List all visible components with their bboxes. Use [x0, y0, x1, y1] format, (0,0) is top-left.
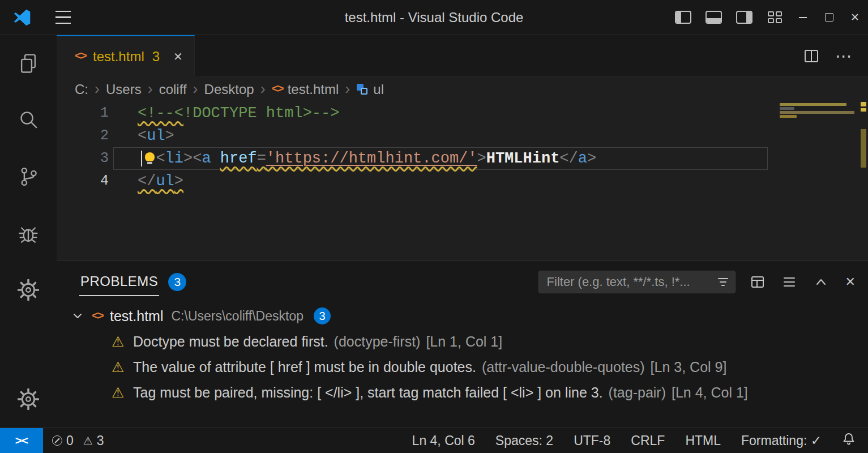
- minimize-button[interactable]: [790, 0, 816, 35]
- chevron-right-icon: ›: [95, 82, 100, 97]
- warning-squiggle: <!--<: [138, 105, 183, 122]
- code-token: ul: [147, 127, 165, 144]
- panel-actions: ✕: [750, 275, 856, 289]
- breadcrumb: C:›Users›coliff›Desktop›<>test.html›ul: [57, 76, 868, 102]
- code-line-content[interactable]: <li><a href='https://htmlhint.com/'>HTML…: [113, 147, 768, 170]
- breadcrumb-label: test.html: [288, 82, 339, 97]
- menu-icon[interactable]: [54, 11, 71, 24]
- problem-message: Tag must be paired, missing: [ </li> ], …: [133, 384, 603, 401]
- code-token: ul: [156, 173, 174, 190]
- tab-label: test.html: [93, 49, 144, 65]
- breadcrumb-item[interactable]: ul: [356, 82, 384, 97]
- line-number[interactable]: 1: [57, 102, 113, 125]
- code-lines: 1<!--<!DOCTYPE html>-->2<ul>3 <li><a hre…: [57, 102, 768, 193]
- split-editor-icon[interactable]: [803, 48, 819, 64]
- statusbar-item[interactable]: UTF-8: [574, 433, 610, 448]
- code-token: !DOCTYPE html>-->: [183, 105, 339, 122]
- bottom-panel: PROBLEMS 3: [57, 260, 868, 428]
- problems-list: ⚠Doctype must be declared first.(doctype…: [57, 329, 868, 405]
- problem-code: (doctype-first): [334, 334, 421, 350]
- code-token: </: [559, 150, 578, 167]
- close-panel-icon[interactable]: ✕: [845, 275, 856, 289]
- breadcrumb-label: Users: [106, 82, 142, 97]
- notifications-bell-icon[interactable]: [842, 432, 856, 449]
- toggle-primary-sidebar-icon[interactable]: [668, 0, 698, 35]
- code-token: <: [138, 127, 147, 144]
- code-token: =: [257, 150, 266, 167]
- breadcrumb-item[interactable]: coliff: [159, 82, 187, 97]
- collapse-all-icon[interactable]: [782, 275, 797, 289]
- toggle-secondary-sidebar-icon[interactable]: [729, 0, 759, 35]
- statusbar-item[interactable]: Spaces: 2: [495, 433, 553, 448]
- code-token: >: [587, 150, 596, 167]
- filter-icon[interactable]: [718, 278, 728, 287]
- filter-input[interactable]: [546, 274, 713, 290]
- problems-file-row[interactable]: <> test.html C:\Users\coliff\Desktop 3: [57, 303, 868, 329]
- sidebar-item-explorer[interactable]: [0, 35, 57, 92]
- line-number[interactable]: 2: [57, 125, 113, 147]
- titlebar: test.html - Visual Studio Code ✕: [0, 0, 868, 35]
- code-token: <!--<: [138, 105, 183, 122]
- manage-button[interactable]: [0, 371, 57, 428]
- gear-icon: [18, 279, 39, 301]
- warning-squiggle: href: [220, 150, 257, 167]
- tab-close-icon[interactable]: ✕: [173, 50, 183, 63]
- maximize-panel-icon[interactable]: [814, 275, 828, 289]
- line-number[interactable]: 3: [57, 147, 113, 170]
- files-icon: [18, 53, 39, 74]
- code-token: >: [174, 173, 183, 190]
- chevron-down-icon: [71, 310, 84, 322]
- search-icon: [18, 109, 39, 131]
- sidebar-item-settings[interactable]: [0, 262, 57, 318]
- remote-indicator[interactable]: ><: [0, 428, 43, 453]
- more-actions-icon[interactable]: ⋯: [835, 48, 852, 65]
- statusbar-item[interactable]: Ln 4, Col 6: [412, 433, 475, 448]
- minimap[interactable]: [779, 102, 859, 260]
- code-line-content[interactable]: <!--<!DOCTYPE html>-->: [113, 102, 768, 125]
- html-file-icon: <>: [75, 50, 86, 63]
- code-token: HTMLHint: [486, 150, 560, 167]
- breadcrumb-label: ul: [373, 82, 384, 97]
- code-editor[interactable]: 1<!--<!DOCTYPE html>-->2<ul>3 <li><a hre…: [57, 102, 868, 260]
- breadcrumb-item[interactable]: <>test.html: [272, 82, 339, 97]
- sidebar-item-source-control[interactable]: [0, 148, 57, 205]
- problems-status[interactable]: 0 ⚠ 3: [52, 433, 104, 448]
- titlebar-actions: ✕: [668, 0, 868, 35]
- code-token: <: [156, 150, 165, 167]
- code-line-content[interactable]: </ul>: [113, 170, 768, 193]
- maximize-button[interactable]: [816, 0, 842, 35]
- view-as-table-icon[interactable]: [750, 275, 765, 289]
- code-line: 3 <li><a href='https://htmlhint.com/'>HT…: [57, 147, 768, 170]
- line-number[interactable]: 4: [57, 170, 113, 193]
- statusbar-item[interactable]: Formatting: ✓: [741, 433, 822, 448]
- problem-row[interactable]: ⚠The value of attribute [ href ] must be…: [57, 354, 868, 380]
- warning-icon: ⚠: [83, 434, 93, 447]
- ruler-warning-mark: [861, 108, 866, 112]
- panel-header: PROBLEMS 3: [57, 261, 868, 303]
- tab-problems[interactable]: PROBLEMS: [79, 268, 159, 296]
- breadcrumb-item[interactable]: C:: [75, 82, 88, 97]
- breadcrumb-item[interactable]: Desktop: [204, 82, 254, 97]
- warning-icon: ⚠: [112, 334, 130, 350]
- sidebar-item-search[interactable]: [0, 92, 57, 148]
- gear-icon: [18, 388, 39, 410]
- breadcrumb-label: C:: [75, 82, 88, 97]
- warning-squiggle: >: [174, 173, 183, 190]
- lightbulb-icon[interactable]: [145, 152, 155, 161]
- tab-problems-badge: 3: [152, 49, 160, 65]
- toggle-panel-icon[interactable]: [698, 0, 729, 35]
- status-bar: >< 0 ⚠ 3 Ln 4, Col 6Spaces: 2UTF-8CRLFHT…: [0, 428, 868, 453]
- warning-squiggle: 'https://htmlhint.com/': [266, 150, 477, 167]
- statusbar-item[interactable]: CRLF: [631, 433, 665, 448]
- code-line-content[interactable]: <ul>: [113, 125, 768, 147]
- problem-row[interactable]: ⚠Tag must be paired, missing: [ </li> ],…: [57, 380, 868, 405]
- problem-row[interactable]: ⚠Doctype must be declared first.(doctype…: [57, 329, 868, 354]
- close-button[interactable]: ✕: [842, 0, 868, 35]
- sidebar-item-run-debug[interactable]: [0, 205, 57, 262]
- chevron-right-icon: ›: [148, 82, 153, 97]
- tab-test-html[interactable]: <> test.html 3 ✕: [57, 35, 195, 76]
- customize-layout-icon[interactable]: [759, 0, 790, 35]
- breadcrumb-item[interactable]: Users: [106, 82, 142, 97]
- statusbar-item[interactable]: HTML: [685, 433, 721, 448]
- git-branch-icon: [18, 166, 39, 187]
